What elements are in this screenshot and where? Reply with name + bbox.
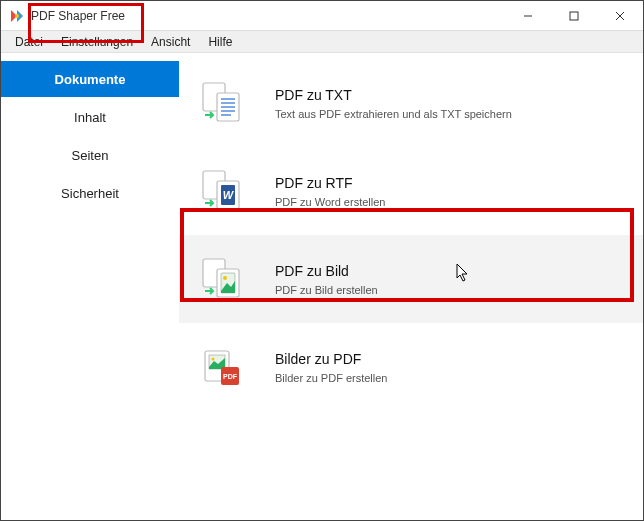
sidebar-item-label: Seiten — [72, 148, 109, 163]
option-desc: Text aus PDF extrahieren und als TXT spe… — [275, 108, 512, 120]
sidebar-item-sicherheit[interactable]: Sicherheit — [1, 175, 179, 211]
option-title: PDF zu TXT — [275, 87, 512, 103]
main-panel: PDF zu TXT Text aus PDF extrahieren und … — [179, 53, 643, 520]
svg-point-19 — [223, 276, 227, 280]
window-title: PDF Shaper Free — [31, 9, 505, 23]
menubar: Datei Einstellungen Ansicht Hilfe — [1, 31, 643, 53]
sidebar-item-dokumente[interactable]: Dokumente — [1, 61, 179, 97]
option-title: PDF zu Bild — [275, 263, 378, 279]
sidebar-item-inhalt[interactable]: Inhalt — [1, 99, 179, 135]
option-bilder-zu-pdf[interactable]: PDF Bilder zu PDF Bilder zu PDF erstelle… — [179, 323, 643, 411]
close-button[interactable] — [597, 1, 643, 30]
images-to-pdf-icon: PDF — [199, 345, 247, 389]
svg-point-0 — [15, 14, 19, 18]
option-pdf-to-txt[interactable]: PDF zu TXT Text aus PDF extrahieren und … — [179, 59, 643, 147]
menu-datei[interactable]: Datei — [7, 33, 51, 51]
menu-einstellungen[interactable]: Einstellungen — [53, 33, 141, 51]
option-desc: PDF zu Bild erstellen — [275, 284, 378, 296]
sidebar-item-label: Dokumente — [55, 72, 126, 87]
pdf-to-image-icon — [199, 257, 247, 301]
svg-point-22 — [212, 358, 215, 361]
sidebar-item-label: Sicherheit — [61, 186, 119, 201]
option-pdf-to-rtf[interactable]: W PDF zu RTF PDF zu Word erstellen — [179, 147, 643, 235]
sidebar-item-label: Inhalt — [74, 110, 106, 125]
option-title: Bilder zu PDF — [275, 351, 388, 367]
option-desc: Bilder zu PDF erstellen — [275, 372, 388, 384]
window-controls — [505, 1, 643, 30]
svg-text:PDF: PDF — [223, 373, 238, 380]
sidebar-item-seiten[interactable]: Seiten — [1, 137, 179, 173]
pdf-to-rtf-icon: W — [199, 169, 247, 213]
app-icon — [9, 8, 25, 24]
option-pdf-to-bild[interactable]: PDF zu Bild PDF zu Bild erstellen — [179, 235, 643, 323]
pdf-to-txt-icon — [199, 81, 247, 125]
option-title: PDF zu RTF — [275, 175, 385, 191]
titlebar: PDF Shaper Free — [1, 1, 643, 31]
minimize-button[interactable] — [505, 1, 551, 30]
sidebar: Dokumente Inhalt Seiten Sicherheit — [1, 53, 179, 520]
menu-ansicht[interactable]: Ansicht — [143, 33, 198, 51]
maximize-button[interactable] — [551, 1, 597, 30]
option-desc: PDF zu Word erstellen — [275, 196, 385, 208]
svg-text:W: W — [223, 189, 235, 201]
menu-hilfe[interactable]: Hilfe — [200, 33, 240, 51]
svg-rect-2 — [570, 12, 578, 20]
